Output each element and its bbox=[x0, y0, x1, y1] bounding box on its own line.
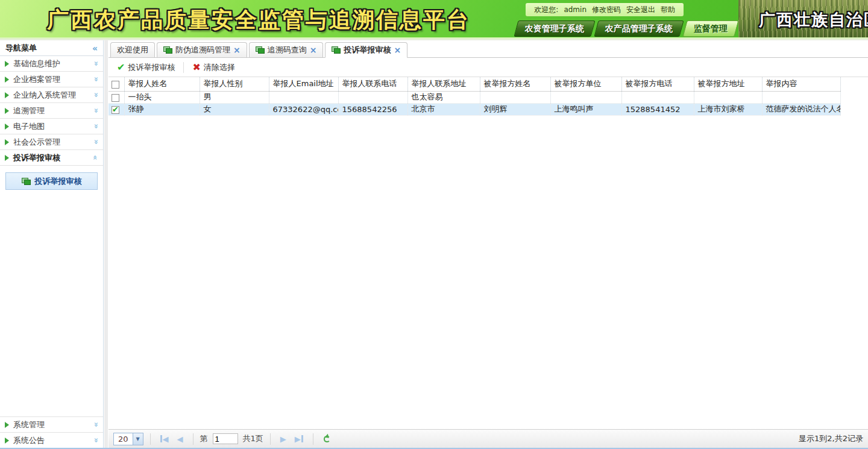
first-page-button[interactable]: ◀ bbox=[157, 435, 172, 444]
chevron-down-icon: « bbox=[90, 139, 99, 144]
triangle-icon bbox=[5, 139, 9, 145]
page-size-value: 20 bbox=[114, 435, 133, 444]
column-header: 举报内容 bbox=[762, 77, 840, 91]
close-icon[interactable]: × bbox=[394, 46, 401, 54]
table-cell: 上海鸣叫声 bbox=[550, 103, 621, 115]
sidebar-item-trace-mgmt[interactable]: 追溯管理« bbox=[0, 103, 103, 119]
total-pages-label: 共1页 bbox=[243, 433, 263, 444]
table-cell bbox=[338, 91, 407, 103]
column-header: 举报人性别 bbox=[200, 77, 269, 91]
table-cell: 刘明辉 bbox=[480, 103, 550, 115]
page-number-input[interactable] bbox=[213, 433, 238, 444]
tab-complaint-audit[interactable]: 投诉举报审核× bbox=[325, 42, 407, 58]
prev-page-button[interactable]: ◀ bbox=[174, 435, 186, 444]
sidebar-item-sys-notice[interactable]: 系统公告« bbox=[0, 432, 103, 448]
column-header: 举报人联系地址 bbox=[407, 77, 480, 91]
subsystem-buttons: 农资管理子系统农产品管理子系统监督管理 bbox=[516, 20, 737, 37]
table-cell bbox=[762, 91, 840, 103]
table-cell: 范德萨发的说法个人名 bbox=[762, 103, 840, 115]
folder-icon bbox=[332, 46, 341, 54]
page-size-select[interactable]: 20 ▼ bbox=[113, 433, 143, 445]
row-checkbox[interactable] bbox=[112, 94, 119, 102]
column-header: 被举报方单位 bbox=[550, 77, 621, 91]
tab-welcome[interactable]: 欢迎使用 bbox=[110, 42, 155, 57]
wheat-photo: 广西壮族自治区 bbox=[738, 0, 868, 37]
sidebar-item-e-map[interactable]: 电子地图« bbox=[0, 119, 103, 134]
welcome-prefix: 欢迎您: bbox=[534, 5, 558, 15]
complaints-table: 举报人姓名举报人性别举报人Email地址举报人联系电话举报人联系地址被举报方姓名… bbox=[108, 77, 841, 116]
triangle-icon bbox=[5, 77, 9, 83]
separator bbox=[313, 433, 313, 445]
sidebar: 导航菜单 « 基础信息维护«企业档案管理«企业纳入系统管理«追溯管理«电子地图«… bbox=[0, 40, 104, 448]
toolbar: ✔投诉举报审核✖清除选择 bbox=[108, 58, 868, 77]
sidebar-item-public-notice[interactable]: 社会公示管理« bbox=[0, 134, 103, 150]
close-icon[interactable]: × bbox=[233, 46, 241, 54]
table-cell bbox=[480, 91, 550, 103]
table-header-row: 举报人姓名举报人性别举报人Email地址举报人联系电话举报人联系地址被举报方姓名… bbox=[108, 77, 840, 91]
triangle-icon bbox=[5, 438, 9, 444]
submenu-item-complaint-audit-sub[interactable]: 投诉举报审核 bbox=[5, 172, 98, 190]
page-prefix-label: 第 bbox=[200, 433, 208, 444]
table-row[interactable]: 张静女67332622@qq.com15688542256北京市刘明辉上海鸣叫声… bbox=[108, 103, 840, 115]
column-header: 举报人Email地址 bbox=[269, 77, 338, 91]
column-header: 被举报方地址 bbox=[694, 77, 762, 91]
chevron-down-icon: ▼ bbox=[133, 433, 143, 445]
table-cell: 67332622@qq.com bbox=[269, 103, 338, 115]
column-header: 举报人联系电话 bbox=[338, 77, 407, 91]
sidebar-item-basic-info[interactable]: 基础信息维护« bbox=[0, 56, 103, 72]
table-cell bbox=[694, 91, 762, 103]
table-row[interactable]: 一抬头男也太容易 bbox=[108, 91, 840, 103]
subsystem-button-supervision[interactable]: 监督管理 bbox=[682, 20, 738, 37]
chevron-down-icon: « bbox=[90, 124, 99, 128]
tab-anti-fake-code[interactable]: 防伪追溯码管理× bbox=[157, 42, 247, 57]
select-all-checkbox[interactable] bbox=[112, 81, 119, 89]
header-link-help[interactable]: 帮助 bbox=[661, 5, 675, 15]
app-title: 广西农产品质量安全监管与追溯信息平台 bbox=[47, 5, 470, 35]
table-cell bbox=[550, 91, 621, 103]
triangle-icon bbox=[5, 124, 9, 130]
table-cell bbox=[621, 91, 694, 103]
submenu-panel: 投诉举报审核 bbox=[0, 166, 103, 416]
sidebar-item-enterprise-archive[interactable]: 企业档案管理« bbox=[0, 72, 103, 87]
row-checkbox[interactable] bbox=[112, 106, 119, 114]
sidebar-item-complaint-audit[interactable]: 投诉举报审核« bbox=[0, 150, 103, 166]
last-page-button[interactable]: ▶ bbox=[292, 435, 306, 444]
sidebar-header: 导航菜单 « bbox=[0, 40, 103, 56]
refresh-icon[interactable] bbox=[324, 436, 330, 442]
close-icon[interactable]: × bbox=[310, 46, 317, 54]
subsystem-button-agri-materials[interactable]: 农资管理子系统 bbox=[514, 20, 595, 37]
app-header: 广西农产品质量安全监管与追溯信息平台 欢迎您:admin 修改密码安全退出帮助 … bbox=[0, 0, 868, 37]
separator bbox=[150, 433, 151, 445]
folder-icon bbox=[22, 178, 31, 185]
header-link-safe-logout[interactable]: 安全退出 bbox=[626, 5, 655, 15]
chevron-down-icon: « bbox=[90, 438, 99, 442]
toolbar-button-audit[interactable]: ✔投诉举报审核 bbox=[112, 61, 180, 73]
triangle-icon bbox=[5, 108, 9, 114]
toolbar-button-clear[interactable]: ✖清除选择 bbox=[187, 61, 239, 73]
collapse-sidebar-icon[interactable]: « bbox=[92, 43, 98, 53]
welcome-bar: 欢迎您:admin 修改密码安全退出帮助 bbox=[526, 3, 684, 16]
chevron-down-icon: « bbox=[90, 422, 99, 427]
cross-icon: ✖ bbox=[192, 61, 200, 73]
triangle-icon bbox=[5, 155, 9, 161]
sidebar-item-enterprise-system[interactable]: 企业纳入系统管理« bbox=[0, 87, 103, 103]
chevron-down-icon: « bbox=[90, 77, 99, 81]
table-cell: 一抬头 bbox=[124, 91, 200, 103]
splitter[interactable] bbox=[104, 40, 108, 448]
sidebar-item-sys-mgmt[interactable]: 系统管理« bbox=[0, 416, 103, 432]
subsystem-button-agri-products[interactable]: 农产品管理子系统 bbox=[594, 20, 684, 37]
table-area: 举报人姓名举报人性别举报人Email地址举报人联系电话举报人联系地址被举报方姓名… bbox=[108, 77, 868, 429]
table-cell: 15288541452 bbox=[621, 103, 694, 115]
triangle-icon bbox=[5, 422, 9, 428]
sidebar-title: 导航菜单 bbox=[5, 43, 37, 54]
tab-trace-code-query[interactable]: 追溯码查询× bbox=[249, 42, 324, 57]
table-cell: 男 bbox=[200, 91, 269, 103]
separator bbox=[270, 433, 271, 445]
table-cell: 也太容易 bbox=[407, 91, 480, 103]
header-link-change-password[interactable]: 修改密码 bbox=[592, 5, 621, 15]
next-page-button[interactable]: ▶ bbox=[277, 435, 289, 444]
table-cell: 北京市 bbox=[407, 103, 480, 115]
column-header: 被举报方电话 bbox=[621, 77, 694, 91]
folder-icon bbox=[256, 46, 265, 54]
sidebar-bottom: 系统管理«系统公告« bbox=[0, 416, 103, 448]
